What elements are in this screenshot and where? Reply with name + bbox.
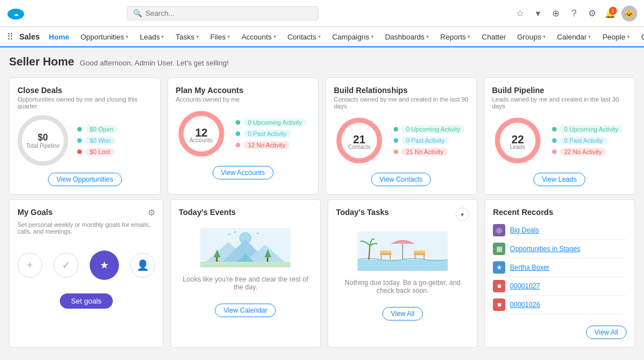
contacts-count-label: Contacts <box>348 143 370 150</box>
list-item[interactable]: ◎ Big Deals <box>493 221 627 240</box>
nav-opportunities[interactable]: Opportunities▾ <box>75 27 134 47</box>
svg-rect-18 <box>267 257 268 262</box>
record-00001026-icon: ■ <box>493 298 505 311</box>
brand-label: Sales <box>19 32 40 41</box>
nav-leads[interactable]: Leads▾ <box>134 27 170 47</box>
contacts-legend: 0 Upcoming Activity 0 Past Activity 21 N… <box>394 125 465 156</box>
nav-contacts[interactable]: Contacts▾ <box>282 27 327 47</box>
nav-people[interactable]: People▾ <box>597 27 635 47</box>
goals-person-circle[interactable]: 👤 <box>130 253 155 278</box>
apps-menu-icon[interactable]: ⠿ <box>7 32 14 42</box>
goals-gear-icon[interactable]: ⚙ <box>148 208 155 218</box>
salesforce-logo[interactable]: ☁ <box>7 5 25 23</box>
tasks-empty-text: Nothing due today. Be a go-getter, and c… <box>336 279 470 295</box>
view-opportunities-button[interactable]: View Opportunities <box>48 173 122 186</box>
list-item[interactable]: ■ 00001027 <box>493 277 627 296</box>
pipeline-circle: $0 Total Pipeline <box>17 115 68 166</box>
opp-stages-icon: ▦ <box>493 243 505 255</box>
add-icon[interactable]: ⊕ <box>549 7 563 20</box>
contacts-donut: 21 Contacts <box>334 115 385 166</box>
acc-none-dot <box>236 143 240 147</box>
set-goals-wrapper: Set goals <box>17 289 155 309</box>
search-input[interactable] <box>145 9 312 17</box>
nav-calendar[interactable]: Calendar▾ <box>552 27 597 47</box>
goals-add-circle[interactable]: + <box>17 253 42 278</box>
nav-dashboards[interactable]: Dashboards▾ <box>380 27 435 47</box>
bertha-boxer-icon: ★ <box>493 261 505 274</box>
leads-donut: 22 Leads <box>492 115 543 166</box>
big-deals-link[interactable]: Big Deals <box>510 226 539 234</box>
accounts-donut-content: 12 Accounts 0 Upcoming Activity 0 Past A… <box>176 108 311 159</box>
nav-campaigns[interactable]: Campaigns▾ <box>327 27 380 47</box>
settings-icon[interactable]: ⚙ <box>585 7 599 20</box>
view-all-tasks-button[interactable]: View All <box>382 307 423 321</box>
list-item[interactable]: ■ 00001026 <box>493 296 627 314</box>
legend-won: $0 Won <box>77 137 118 144</box>
nav-reports[interactable]: Reports▾ <box>435 27 477 47</box>
lost-badge: $0 Lost <box>85 148 114 156</box>
search-icon: 🔍 <box>133 9 142 17</box>
build-pipeline-title: Build Pipeline <box>492 86 627 95</box>
dropdown-icon[interactable]: ▾ <box>531 7 545 20</box>
todays-tasks-card: Today's Tasks ▾ <box>328 199 478 348</box>
avatar[interactable]: 🐱 <box>621 6 637 21</box>
events-empty-text: Looks like you're free and clear the res… <box>179 275 312 291</box>
notification-badge: 1 <box>609 7 617 15</box>
view-calendar-button[interactable]: View Calendar <box>215 304 276 317</box>
accounts-no-activity: 12 No Activity <box>236 141 307 149</box>
help-icon[interactable]: ? <box>567 7 581 20</box>
goals-star-circle[interactable]: ★ <box>90 251 119 280</box>
con-upcoming-dot <box>394 127 398 131</box>
star-icon[interactable]: ☆ <box>513 7 527 20</box>
tasks-illustration <box>336 226 470 271</box>
accounts-past: 0 Past Activity <box>236 130 307 138</box>
pipeline-legend: $0 Open $0 Won $0 Lost <box>77 125 118 156</box>
list-item[interactable]: ★ Bertha Boxer <box>493 258 627 277</box>
view-all-recent-button[interactable]: View All <box>586 326 627 339</box>
legend-open: $0 Open <box>77 125 118 133</box>
build-rel-title: Build Relationships <box>334 86 469 95</box>
bertha-boxer-link[interactable]: Bertha Boxer <box>510 264 549 271</box>
recent-records-title: Recent Records <box>493 208 627 217</box>
bottom-cards-grid: My Goals ⚙ Set personal weekly or monthl… <box>0 199 644 357</box>
view-contacts-button[interactable]: View Contacts <box>371 173 431 186</box>
record-00001026-link[interactable]: 00001026 <box>510 301 540 309</box>
nav-cases[interactable]: Cases▾ <box>636 27 644 47</box>
won-dot <box>77 138 82 143</box>
record-00001027-link[interactable]: 00001027 <box>510 282 540 290</box>
acc-past-badge: 0 Past Activity <box>244 130 291 138</box>
nav-files[interactable]: Files▾ <box>205 27 236 47</box>
open-badge: $0 Open <box>85 125 118 133</box>
nav-groups[interactable]: Groups▾ <box>511 27 552 47</box>
pipeline-amount: $0 <box>38 133 48 143</box>
accounts-donut: 12 Accounts <box>176 108 227 159</box>
close-deals-card: Close Deals Opportunities owned by me an… <box>9 77 161 195</box>
recent-records-list: ◎ Big Deals ▦ Opportunities in Stages ★ … <box>493 221 627 314</box>
topbar: ☁ 🔍 ☆ ▾ ⊕ ? ⚙ 🔔 1 🐱 <box>0 0 644 27</box>
list-item[interactable]: ▦ Opportunities in Stages <box>493 240 627 258</box>
lead-upcoming-dot <box>552 127 557 131</box>
page-title: Seller Home <box>9 55 74 68</box>
topbar-icons: ☆ ▾ ⊕ ? ⚙ 🔔 1 🐱 <box>513 6 637 21</box>
accounts-legend: 0 Upcoming Activity 0 Past Activity 12 N… <box>236 118 307 149</box>
nav-chatter[interactable]: Chatter <box>476 27 511 47</box>
view-leads-button[interactable]: View Leads <box>533 173 585 186</box>
view-accounts-button[interactable]: View Accounts <box>213 166 274 179</box>
open-dot <box>77 127 82 131</box>
top-cards-grid: Close Deals Opportunities owned by me an… <box>0 73 644 199</box>
leads-legend: 0 Upcoming Activity 0 Past Activity 22 N… <box>552 125 623 156</box>
tasks-dropdown-button[interactable]: ▾ <box>456 208 469 221</box>
notification-icon[interactable]: 🔔 1 <box>603 7 617 20</box>
set-goals-button[interactable]: Set goals <box>60 293 113 309</box>
close-deals-content: $0 Total Pipeline $0 Open $0 Won $0 Lost <box>17 115 152 166</box>
opp-stages-link[interactable]: Opportunities in Stages <box>510 245 580 253</box>
nav-accounts[interactable]: Accounts▾ <box>236 27 281 47</box>
goals-check-circle[interactable]: ✓ <box>54 253 78 278</box>
nav-home[interactable]: Home <box>43 27 75 47</box>
svg-rect-21 <box>358 260 448 271</box>
build-pipeline-subtitle: Leads owned by me and created in the las… <box>492 96 627 109</box>
legend-lost: $0 Lost <box>77 148 118 156</box>
build-pipeline-card: Build Pipeline Leads owned by me and cre… <box>484 77 636 195</box>
close-deals-title: Close Deals <box>17 86 152 95</box>
nav-tasks[interactable]: Tasks▾ <box>170 27 204 47</box>
